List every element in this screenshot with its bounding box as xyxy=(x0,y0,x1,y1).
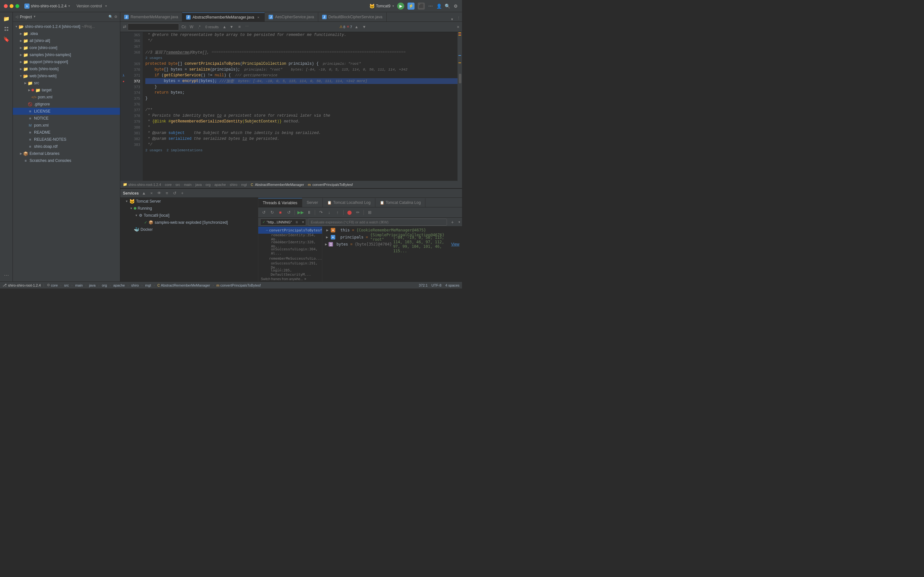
scrollbar-gutter[interactable] xyxy=(457,32,462,181)
find-options-more[interactable]: ⋯ xyxy=(245,24,250,29)
more-options-icon[interactable]: ⋯ xyxy=(428,3,433,9)
svc-filter-icon[interactable]: ≡ xyxy=(164,190,170,197)
svc-refresh-icon[interactable]: ↺ xyxy=(171,190,178,197)
vc-dropdown-icon[interactable]: ▾ xyxy=(105,4,107,8)
tree-item-notice[interactable]: ▶ ≡ NOTICE xyxy=(13,115,120,122)
version-control-label[interactable]: Version control xyxy=(76,4,102,8)
dbg-stepinto-btn[interactable]: ↓ xyxy=(326,209,333,216)
minimize-button[interactable] xyxy=(10,4,13,8)
status-position[interactable]: 372:1 xyxy=(419,284,428,287)
svc-hide-icon[interactable]: × xyxy=(148,190,155,197)
tree-item-license[interactable]: ▶ ≡ LICENSE xyxy=(13,108,120,115)
tree-arrow-all[interactable]: ▶ xyxy=(19,39,23,43)
bc-apache[interactable]: apache xyxy=(214,183,226,187)
var-item-bytes[interactable]: ▶ [] bytes = {byte[352]@4704} [-84, -19,… xyxy=(322,241,462,248)
tab-menu-icon[interactable]: ⋮ xyxy=(455,15,462,21)
close-button[interactable] xyxy=(4,4,8,8)
tree-item-pom-web[interactable]: ▶ </> pom.xml xyxy=(13,93,120,101)
tree-arrow-tools[interactable]: ▶ xyxy=(19,67,23,71)
cs-item-rememberid-354[interactable]: → rememberIdentity:354, Ab... xyxy=(258,234,322,241)
find-next-button[interactable]: ▼ xyxy=(228,24,235,30)
svc-add-icon[interactable]: + xyxy=(179,190,186,197)
panel-settings-icon[interactable]: ▾ xyxy=(34,15,39,19)
var-expand-bytes[interactable]: ▶ xyxy=(325,242,327,247)
tabs-overflow[interactable]: ▾ xyxy=(449,17,455,21)
svc-tomcat-server[interactable]: ▼ 🐱 Tomcat Server xyxy=(120,198,258,205)
tree-item-idea[interactable]: ▶ 📁 .idea xyxy=(13,30,120,37)
tab-tomcat-catalina-log[interactable]: 📋 Tomcat Catalina Log xyxy=(375,198,425,207)
code-editor[interactable]: λ ● xyxy=(120,32,462,181)
dbg-reload2-btn[interactable]: ↻ xyxy=(268,209,276,216)
var-expand-principals[interactable]: ▶ xyxy=(325,235,330,239)
tree-arrow-samples[interactable]: ▶ xyxy=(19,53,23,57)
svc-docker[interactable]: ▶ 🐳 Docker xyxy=(120,226,258,233)
tree-arrow-idea[interactable]: ▶ xyxy=(19,31,23,36)
dbg-stop-btn[interactable]: ■ xyxy=(277,209,284,216)
tree-arrow-core[interactable]: ▶ xyxy=(19,45,23,50)
cs-item-rememberid-328[interactable]: → rememberIdentity:328, Ab... xyxy=(258,241,322,248)
errors-next-button[interactable]: ▼ xyxy=(361,24,367,30)
tree-item-all[interactable]: ▶ 📁 all [shiro-all] xyxy=(13,37,120,44)
bc-org[interactable]: org xyxy=(206,183,211,187)
dbg-stepout-btn[interactable]: ↑ xyxy=(334,209,341,216)
tree-arrow-web[interactable]: ▼ xyxy=(19,74,23,78)
dbg-resume-btn[interactable]: ↺ xyxy=(285,209,292,216)
panel-expand-icon[interactable]: ◁ xyxy=(15,15,18,19)
panel-search-icon[interactable]: 🔍 xyxy=(108,15,113,19)
svc-expand-1[interactable]: ▼ xyxy=(129,206,134,211)
dbg-pause-btn[interactable]: ⏸ xyxy=(305,209,312,216)
dbg-reload-btn[interactable]: ↺ xyxy=(260,209,267,216)
tree-item-web[interactable]: ▼ 📂 web [shiro-web] xyxy=(13,73,120,79)
svc-samples-web[interactable]: ▶ ✓ 📦 samples-web:war exploded [Synchron… xyxy=(120,219,258,226)
svc-running[interactable]: ▼ Running xyxy=(120,205,258,212)
bc-mgt[interactable]: mgt xyxy=(241,183,247,187)
cs-item-onsuccessful-291[interactable]: → onSuccessfulLogin:291, De... xyxy=(258,262,322,269)
tab-defaultblockcipherservice[interactable]: J DefaultBlockCipherService.java xyxy=(318,13,387,21)
cs-item-convertprincipals[interactable]: → convertPrincipalsToBytesf: xyxy=(258,227,322,234)
dbg-bp-btn[interactable]: ⬤ xyxy=(346,209,353,216)
debug-run-button[interactable]: ⬛ xyxy=(418,3,425,10)
watch-add-icon[interactable]: + xyxy=(449,219,456,226)
tab-threads-variables[interactable]: Threads & Variables xyxy=(258,198,302,207)
tab-close-2[interactable]: × xyxy=(256,15,260,19)
var-expand-this[interactable]: ▶ xyxy=(325,228,330,232)
tree-item-pom[interactable]: ▶ M pom.xml xyxy=(13,122,120,129)
bc-java[interactable]: java xyxy=(195,183,202,187)
svc-collapse-icon[interactable]: ▲ xyxy=(141,190,147,197)
find-regex-button[interactable]: .* xyxy=(196,23,203,31)
maximize-button[interactable] xyxy=(15,4,19,8)
tree-arrow-ext-libs[interactable]: ▶ xyxy=(19,151,23,156)
tree-item-src[interactable]: ▶ 📁 src xyxy=(13,79,120,87)
tab-abstractremembermemanager[interactable]: J AbstractRememberMeManager.java × xyxy=(182,13,265,21)
profile-run-button[interactable]: ⚡ xyxy=(407,3,415,10)
tree-item-samples[interactable]: ▶ 📁 samples [shiro-samples] xyxy=(13,51,120,58)
frame-selector[interactable]: ✓ "http...UNNING" ≡ ▾ xyxy=(260,219,306,226)
dbg-layout-btn[interactable]: ⊞ xyxy=(366,209,373,216)
tab-remembermemanager[interactable]: J RememberMeManager.java xyxy=(120,13,182,21)
tree-arrow-src[interactable]: ▶ xyxy=(23,81,27,85)
account-icon[interactable]: 👤 xyxy=(436,3,441,9)
bc-project[interactable]: 📁 shiro-shiro-root-1.2.4 xyxy=(123,182,161,187)
sidebar-item-structure[interactable] xyxy=(2,24,11,33)
bc-main[interactable]: main xyxy=(184,183,192,187)
status-indent[interactable]: 4 spaces xyxy=(445,284,459,287)
frame-filter-icon[interactable]: ≡ xyxy=(293,219,300,226)
watch-more-icon[interactable]: ▾ xyxy=(459,220,460,224)
bc-shiro[interactable]: shiro xyxy=(230,183,237,187)
sidebar-item-more[interactable]: ⋯ xyxy=(2,271,11,279)
settings-icon[interactable]: ⚙ xyxy=(453,3,458,9)
panel-gear-icon[interactable]: ⚙ xyxy=(114,15,118,19)
tree-item-target[interactable]: ▶ 📁 target xyxy=(13,87,120,93)
find-input[interactable] xyxy=(128,23,179,31)
svc-expand-0[interactable]: ▼ xyxy=(124,199,129,204)
tree-arrow-target[interactable]: ▶ xyxy=(27,88,31,92)
dbg-run-btn[interactable]: ▶▶ xyxy=(297,209,304,216)
search-everywhere-icon[interactable]: 🔍 xyxy=(445,3,450,9)
cs-item-rememberme-success[interactable]: → rememberMeSuccessfulLo... xyxy=(258,255,322,262)
breakpoint-icon[interactable]: ● xyxy=(123,79,124,83)
tree-arrow-root[interactable]: ▼ xyxy=(14,24,19,29)
bc-core[interactable]: core xyxy=(165,183,172,187)
tree-item-root[interactable]: ▼ 📂 shiro-shiro-root-1.2.4 [shiro-root] … xyxy=(13,23,120,30)
errors-prev-button[interactable]: ▲ xyxy=(353,24,360,30)
find-filter-button[interactable]: ≡ xyxy=(236,23,243,31)
